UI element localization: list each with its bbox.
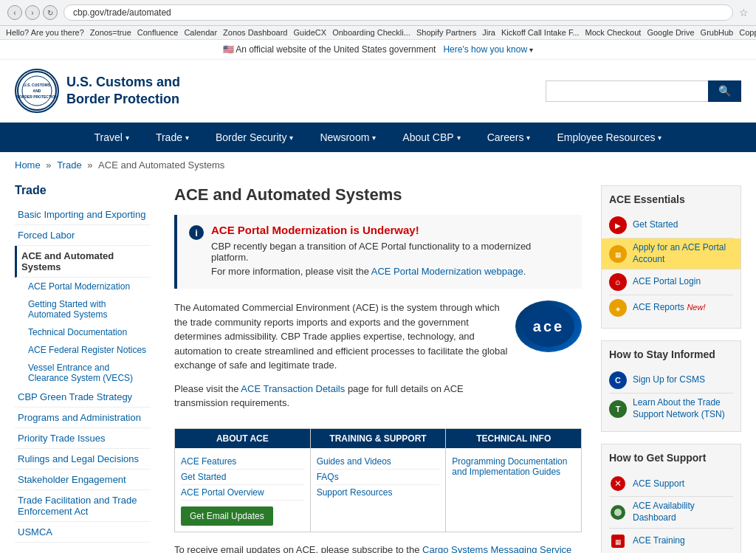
- back-button[interactable]: ‹: [7, 5, 22, 20]
- sidebar-item-priority-trade[interactable]: Priority Trade Issues: [15, 428, 151, 449]
- bookmark-mock[interactable]: Mock Checkout: [585, 28, 642, 37]
- info-col-training: TRAINING & SUPPORT Guides and Videos FAQ…: [311, 429, 447, 532]
- sidebar-item-basic-importing[interactable]: Basic Importing and Exporting: [15, 205, 151, 225]
- svg-point-19: [614, 509, 622, 516]
- info-col-technical: TECHNICAL INFO Programming Documentation…: [446, 429, 581, 532]
- sidebar-item-technical-doc[interactable]: Technical Documentation: [15, 323, 151, 341]
- svg-text:▦: ▦: [615, 251, 622, 258]
- sign-up-csms-label[interactable]: Sign Up for CSMS: [633, 374, 705, 386]
- bookmark-jira[interactable]: Jira: [482, 28, 495, 37]
- support-resources-link[interactable]: Support Resources: [317, 485, 440, 500]
- ace-availability-icon: [609, 504, 627, 521]
- browser-nav-buttons[interactable]: ‹ › ↻: [7, 5, 58, 20]
- official-text: An official website of the United States…: [236, 44, 436, 55]
- nav-employee-resources[interactable]: Employee Resources ▾: [543, 123, 675, 152]
- breadcrumb-trade[interactable]: Trade: [57, 159, 81, 171]
- sidebar-item-forced-labor[interactable]: Forced Labor: [15, 225, 151, 246]
- ace-portal-login-item[interactable]: ⊙ ACE Portal Login: [609, 269, 733, 295]
- sidebar-item-rulings[interactable]: Rulings and Legal Decisions: [15, 449, 151, 470]
- svg-text:✕: ✕: [614, 478, 622, 489]
- forward-button[interactable]: ›: [25, 5, 40, 20]
- ace-reports-label[interactable]: ACE Reports New!: [633, 302, 705, 314]
- sign-up-csms-item[interactable]: C Sign Up for CSMS: [609, 368, 733, 394]
- ace-support-item[interactable]: ✕ ACE Support: [609, 471, 733, 497]
- nav-border-security[interactable]: Border Security ▾: [202, 123, 306, 152]
- tsn-label[interactable]: Learn About the Trade Support Network (T…: [633, 397, 733, 420]
- bookmark-shopify[interactable]: Shopify Partners: [416, 28, 476, 37]
- newsroom-chevron-icon: ▾: [372, 134, 376, 142]
- get-support-title: How to Get Support: [609, 452, 733, 464]
- bookmark-confluence[interactable]: Confluence: [137, 28, 179, 37]
- sidebar-item-ace-automated[interactable]: ACE and Automated Systems: [15, 246, 151, 278]
- ace-portal-overview-link[interactable]: ACE Portal Overview: [181, 485, 304, 501]
- apply-account-label[interactable]: Apply for an ACE Portal Account: [633, 242, 733, 265]
- nav-about-cbp[interactable]: About CBP ▾: [389, 123, 473, 152]
- faqs-link[interactable]: FAQs: [317, 470, 440, 485]
- page-layout: Trade Basic Importing and Exporting Forc…: [0, 178, 756, 553]
- sidebar-item-programs-admin[interactable]: Programs and Administration: [15, 408, 151, 428]
- ace-features-link[interactable]: ACE Features: [181, 454, 304, 470]
- sidebar-item-getting-started[interactable]: Getting Started with Automated Systems: [15, 295, 151, 323]
- apply-account-item[interactable]: ▦ Apply for an ACE Portal Account: [602, 238, 740, 269]
- svg-text:U.S. CUSTOMS: U.S. CUSTOMS: [24, 83, 51, 87]
- bookmark-guidecx[interactable]: GuideCX: [294, 28, 327, 37]
- search-button[interactable]: 🔍: [708, 80, 741, 102]
- search-input[interactable]: [546, 80, 708, 102]
- sidebar-item-stakeholder[interactable]: Stakeholder Engagement: [15, 470, 151, 490]
- alert-content: ACE Portal Modernization is Underway! CB…: [211, 224, 570, 280]
- sidebar-item-ace-register[interactable]: ACE Federal Register Notices: [15, 341, 151, 359]
- ace-availability-item[interactable]: ACE Availability Dashboard: [609, 497, 733, 528]
- heres-how-link[interactable]: Here's how you know: [443, 44, 527, 55]
- bookmark-copper[interactable]: Copper: [739, 28, 756, 37]
- new-badge: New!: [687, 303, 705, 312]
- nav-newsroom[interactable]: Newsroom ▾: [306, 123, 389, 152]
- sidebar-item-green-trade[interactable]: CBP Green Trade Strategy: [15, 387, 151, 408]
- technical-info-header: TECHNICAL INFO: [446, 429, 581, 448]
- ace-training-label[interactable]: ACE Training: [633, 535, 685, 547]
- bookmark-hello[interactable]: Hello? Are you there?: [6, 28, 84, 37]
- get-email-updates-button[interactable]: Get Email Updates: [181, 506, 273, 526]
- ace-portal-modernization-link[interactable]: ACE Portal Modernization webpage.: [371, 266, 526, 277]
- nav-trade[interactable]: Trade ▾: [142, 123, 202, 152]
- bookmark-google-drive[interactable]: Google Drive: [647, 28, 694, 37]
- ace-support-label[interactable]: ACE Support: [633, 478, 684, 490]
- get-started-link[interactable]: Get Started: [181, 470, 304, 485]
- svg-text:⊙: ⊙: [615, 279, 621, 286]
- ace-transaction-details-link[interactable]: ACE Transaction Details: [241, 383, 345, 394]
- get-started-label[interactable]: Get Started: [633, 219, 678, 231]
- ace-portal-login-label[interactable]: ACE Portal Login: [633, 276, 701, 288]
- address-bar[interactable]: cbp.gov/trade/automated: [63, 4, 733, 21]
- star-icon[interactable]: ☆: [739, 7, 749, 18]
- breadcrumb-home[interactable]: Home: [15, 159, 41, 171]
- site-header: U.S. CUSTOMS AND BORDER PROTECTION U.S. …: [0, 60, 756, 123]
- svg-text:▶: ▶: [615, 221, 621, 230]
- get-started-item[interactable]: ▶ Get Started: [609, 213, 733, 238]
- ace-reports-icon: ◈: [609, 299, 627, 317]
- programming-docs-link[interactable]: Programming Documentation and Implementa…: [452, 454, 575, 479]
- sidebar-item-usmca[interactable]: USMCA: [15, 522, 151, 543]
- ace-training-icon: ▦: [609, 532, 627, 550]
- bookmark-kickoff[interactable]: Kickoff Call Intake F...: [501, 28, 580, 37]
- guides-videos-link[interactable]: Guides and Videos: [317, 454, 440, 470]
- nav-travel[interactable]: Travel ▾: [81, 123, 142, 152]
- bookmark-zonos-true[interactable]: Zonos=true: [90, 28, 131, 37]
- border-security-chevron-icon: ▾: [289, 134, 293, 142]
- sidebar-item-vecs[interactable]: Vessel Entrance and Clearance System (VE…: [15, 359, 151, 387]
- bookmark-zonos-dashboard[interactable]: Zonos Dashboard: [223, 28, 287, 37]
- dropdown-arrow-icon[interactable]: ▾: [529, 46, 533, 54]
- tsn-item[interactable]: T Learn About the Trade Support Network …: [609, 394, 733, 424]
- sidebar-item-trade-facilitation[interactable]: Trade Facilitation and Trade Enforcement…: [15, 490, 151, 522]
- alert-title: ACE Portal Modernization is Underway!: [211, 224, 570, 236]
- sidebar-item-ace-portal-mod[interactable]: ACE Portal Modernization: [15, 278, 151, 295]
- ace-availability-label[interactable]: ACE Availability Dashboard: [633, 501, 733, 523]
- bookmark-calendar[interactable]: Calendar: [184, 28, 217, 37]
- intro-paragraph: The Automated Commercial Environment (AC…: [174, 300, 508, 373]
- ace-reports-item[interactable]: ◈ ACE Reports New!: [609, 295, 733, 320]
- refresh-button[interactable]: ↻: [43, 5, 58, 20]
- svg-text:BORDER PROTECTION: BORDER PROTECTION: [16, 95, 58, 99]
- logo-text: U.S. Customs and Border Protection: [66, 74, 180, 109]
- bookmark-grubhub[interactable]: GrubHub: [701, 28, 734, 37]
- nav-careers[interactable]: Careers ▾: [474, 123, 544, 152]
- ace-training-item[interactable]: ▦ ACE Training: [609, 529, 733, 553]
- bookmark-onboarding[interactable]: Onboarding Checkli...: [332, 28, 410, 37]
